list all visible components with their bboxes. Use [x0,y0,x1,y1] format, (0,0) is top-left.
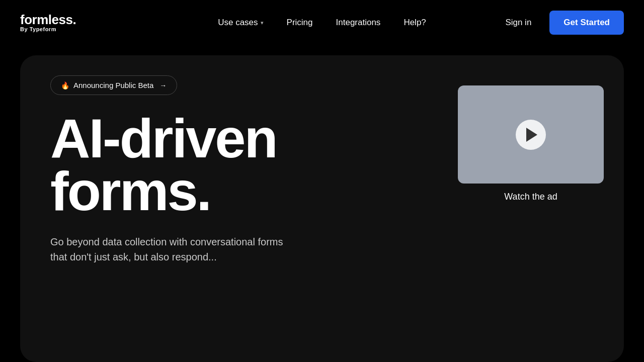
hero-right: Watch the ad [458,75,604,264]
play-button[interactable] [516,120,546,150]
signin-button[interactable]: Sign in [497,14,539,32]
hero-title: AI-driven forms. [50,112,438,217]
nav-pricing[interactable]: Pricing [278,14,322,32]
nav-use-cases[interactable]: Use cases ▾ [209,14,272,32]
fire-icon: 🔥 [61,81,69,89]
nav-help[interactable]: Help? [394,14,435,32]
logo[interactable]: formless. By Typeform [20,13,76,32]
video-thumbnail[interactable] [458,85,604,184]
logo-subtext: By Typeform [20,26,76,32]
hero-section: 🔥 Announcing Public Beta → AI-driven for… [0,45,644,362]
hero-subtitle: Go beyond data collection with conversat… [50,234,292,264]
main-nav: formless. By Typeform Use cases ▾ Pricin… [0,0,644,45]
arrow-icon: → [159,81,167,89]
beta-badge[interactable]: 🔥 Announcing Public Beta → [50,75,177,95]
hero-content: 🔥 Announcing Public Beta → AI-driven for… [0,45,644,264]
nav-actions: Sign in Get Started [497,11,624,35]
nav-integrations[interactable]: Integrations [327,14,390,32]
play-icon [526,128,537,142]
nav-links: Use cases ▾ Pricing Integrations Help? [209,14,435,32]
get-started-button[interactable]: Get Started [549,11,624,35]
hero-left: 🔥 Announcing Public Beta → AI-driven for… [50,75,438,264]
beta-badge-text: Announcing Public Beta [73,81,153,89]
chevron-down-icon: ▾ [261,20,264,26]
watch-ad-label[interactable]: Watch the ad [504,192,557,202]
logo-text: formless. [20,13,76,26]
